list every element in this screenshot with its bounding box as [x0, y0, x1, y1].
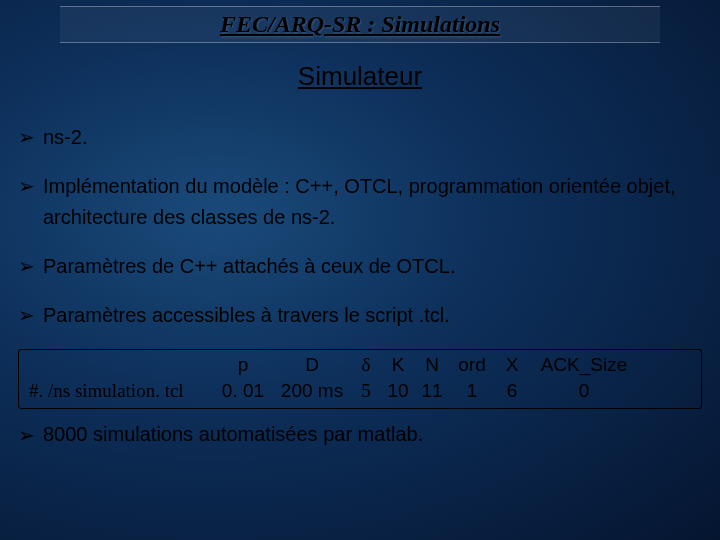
table-cell: 10	[381, 380, 415, 402]
table-cell: 0. 01	[213, 380, 273, 402]
subtitle: Simulateur	[0, 61, 720, 92]
table-cell: 5	[351, 380, 381, 402]
parameter-table: p D δ K N ord X ACK_Size #. /ns simulati…	[18, 349, 702, 409]
list-item-text: Paramètres accessibles à travers le scri…	[43, 300, 450, 331]
list-item-text: Paramètres de C++ attachés à ceux de OTC…	[43, 251, 455, 282]
title-bar: FEC/ARQ-SR : Simulations	[60, 6, 660, 43]
table-header-row: p D δ K N ord X ACK_Size	[29, 354, 691, 376]
bullet-icon: ➢	[18, 122, 35, 153]
table-header-cell: ACK_Size	[529, 354, 639, 376]
table-header-cell: D	[273, 354, 351, 376]
table-cell: 1	[449, 380, 495, 402]
bullet-icon: ➢	[18, 171, 35, 202]
table-header-cell: X	[495, 354, 529, 376]
table-header-cell: N	[415, 354, 449, 376]
table-header-cell: K	[381, 354, 415, 376]
bullet-list: ➢ ns-2. ➢ Implémentation du modèle : C++…	[18, 122, 702, 331]
table-cell: 200 ms	[273, 380, 351, 402]
table-cell: 0	[529, 380, 639, 402]
table-header-cell	[29, 354, 213, 376]
list-item: ➢ Paramètres accessibles à travers le sc…	[18, 300, 702, 331]
table-cell: 11	[415, 380, 449, 402]
table-header-cell: p	[213, 354, 273, 376]
list-item-text: Implémentation du modèle : C++, OTCL, pr…	[43, 171, 702, 233]
table-cell: #. /ns simulation. tcl	[29, 380, 213, 402]
list-item-text: ns-2.	[43, 122, 87, 153]
list-item: ➢ 8000 simulations automatisées par matl…	[18, 423, 702, 447]
table-cell: 6	[495, 380, 529, 402]
bullet-icon: ➢	[18, 423, 35, 447]
page-title: FEC/ARQ-SR : Simulations	[220, 11, 500, 37]
bullet-icon: ➢	[18, 300, 35, 331]
table-header-cell: δ	[351, 354, 381, 376]
table-row: #. /ns simulation. tcl 0. 01 200 ms 5 10…	[29, 380, 691, 402]
list-item: ➢ Implémentation du modèle : C++, OTCL, …	[18, 171, 702, 233]
table-header-cell: ord	[449, 354, 495, 376]
list-item: ➢ Paramètres de C++ attachés à ceux de O…	[18, 251, 702, 282]
list-item-text: 8000 simulations automatisées par matlab…	[43, 423, 423, 446]
list-item: ➢ ns-2.	[18, 122, 702, 153]
bullet-icon: ➢	[18, 251, 35, 282]
